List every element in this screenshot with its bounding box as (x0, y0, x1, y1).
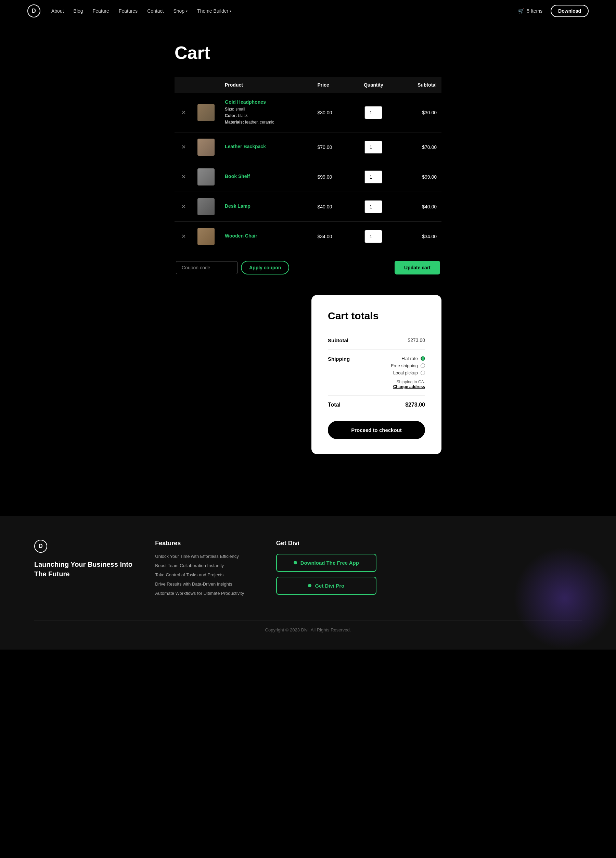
quantity-input[interactable] (364, 141, 382, 154)
apply-coupon-button[interactable]: Apply coupon (241, 261, 289, 275)
footer-features-col: Features Unlock Your Time with Effortles… (155, 540, 255, 600)
nav-features[interactable]: Features (119, 8, 138, 14)
checkout-button[interactable]: Proceed to checkout (328, 421, 425, 439)
footer-logo[interactable]: D (34, 540, 47, 553)
footer-get-divi-title: Get Divi (276, 540, 376, 547)
footer-feature-link[interactable]: Unlock Your Time with Effortless Efficie… (155, 554, 255, 559)
cart-totals-panel: Cart totals Subtotal $273.00 Shipping Fl… (311, 295, 442, 454)
product-thumbnail (198, 168, 215, 185)
change-address-link[interactable]: Change address (393, 384, 425, 389)
footer-logo-row: D (34, 540, 134, 553)
remove-item-button[interactable]: ✕ (179, 109, 188, 117)
cart-table: Product Price Quantity Subtotal ✕ Gold H… (174, 77, 442, 251)
nav-theme-builder[interactable]: Theme Builder ▾ (197, 8, 231, 14)
navbar: D About Blog Feature Features Contact Sh… (0, 0, 616, 22)
footer-brand-col: D Launching Your Business Into The Futur… (34, 540, 134, 600)
page-content: Cart Product Price Quantity Subtotal ✕ G… (168, 22, 448, 482)
shipping-flat-radio[interactable] (421, 356, 425, 361)
total-value: $273.00 (405, 402, 425, 408)
quantity-input[interactable] (364, 106, 382, 119)
quantity-input[interactable] (364, 171, 382, 183)
nav-blog[interactable]: Blog (73, 8, 83, 14)
footer-get-divi-col: Get Divi Download The Free App Get Divi … (276, 540, 376, 600)
nav-contact[interactable]: Contact (147, 8, 163, 14)
product-subtotal: $70.00 (396, 132, 442, 162)
footer-grid: D Launching Your Business Into The Futur… (34, 540, 376, 600)
shipping-free-label: Free shipping (391, 363, 418, 368)
nav-shop[interactable]: Shop ▾ (173, 8, 188, 14)
footer-features-title: Features (155, 540, 255, 547)
product-name: Leather Backpack (225, 144, 308, 149)
shipping-pickup[interactable]: Local pickup (393, 370, 425, 375)
shipping-flat-label: Flat rate (401, 356, 418, 361)
nav-links: About Blog Feature Features Contact Shop… (51, 8, 518, 14)
total-row: Total $273.00 (328, 395, 425, 414)
site-logo[interactable]: D (27, 5, 40, 17)
pro-icon (308, 584, 311, 587)
col-quantity: Quantity (351, 77, 396, 93)
quantity-input[interactable] (364, 200, 382, 213)
footer-feature-link[interactable]: Take Control of Tasks and Projects (155, 572, 255, 577)
nav-download-button[interactable]: Download (551, 5, 589, 17)
remove-item-button[interactable]: ✕ (179, 173, 188, 181)
col-remove (174, 77, 193, 93)
cart-actions: Apply coupon Update cart (174, 261, 442, 275)
get-divi-pro-button[interactable]: Get Divi Pro (276, 577, 376, 595)
remove-item-button[interactable]: ✕ (179, 143, 188, 151)
product-price: $70.00 (313, 132, 350, 162)
product-thumbnail (198, 138, 215, 156)
shipping-pickup-label: Local pickup (393, 370, 418, 375)
table-row: ✕ Gold Headphones Size: smallColor: blac… (174, 93, 442, 132)
footer-feature-link[interactable]: Automate Workflows for Ultimate Producti… (155, 591, 255, 596)
table-row: ✕ Book Shelf $99.00 $99.00 (174, 162, 442, 192)
download-icon (294, 561, 297, 564)
col-price: Price (313, 77, 350, 93)
product-name: Book Shelf (225, 174, 308, 179)
nav-about[interactable]: About (51, 8, 64, 14)
shipping-row: Shipping Flat rate Free shipping Local p… (328, 350, 425, 395)
cart-totals-title: Cart totals (328, 310, 425, 322)
col-image (193, 77, 220, 93)
update-cart-button[interactable]: Update cart (395, 261, 440, 275)
shipping-flat[interactable]: Flat rate (401, 356, 425, 361)
footer-feature-link[interactable]: Boost Team Collaboration Instantly (155, 563, 255, 568)
product-thumbnail (198, 198, 215, 215)
product-subtotal: $99.00 (396, 162, 442, 192)
table-row: ✕ Wooden Chair $34.00 $34.00 (174, 221, 442, 251)
table-row: ✕ Desk Lamp $40.00 $40.00 (174, 192, 442, 221)
download-app-button[interactable]: Download The Free App (276, 554, 376, 572)
subtotal-value: $273.00 (408, 337, 425, 343)
product-subtotal: $30.00 (396, 93, 442, 132)
shipping-label: Shipping (328, 356, 350, 362)
shipping-free-radio[interactable] (421, 364, 425, 368)
page-title: Cart (174, 42, 442, 63)
footer-copyright: Copyright © 2023 Divi. All Rights Reserv… (34, 620, 582, 633)
coupon-input[interactable] (176, 261, 238, 274)
table-row: ✕ Leather Backpack $70.00 $70.00 (174, 132, 442, 162)
footer: D Launching Your Business Into The Futur… (0, 516, 616, 650)
product-name: Gold Headphones (225, 99, 308, 105)
subtotal-row: Subtotal $273.00 (328, 331, 425, 350)
nav-feature[interactable]: Feature (93, 8, 109, 14)
remove-item-button[interactable]: ✕ (179, 203, 188, 210)
shipping-options: Flat rate Free shipping Local pickup Shi… (391, 356, 425, 389)
product-price: $40.00 (313, 192, 350, 221)
product-name: Wooden Chair (225, 233, 308, 239)
product-name: Desk Lamp (225, 203, 308, 209)
total-label: Total (328, 402, 341, 408)
coupon-area: Apply coupon (176, 261, 289, 275)
shipping-pickup-radio[interactable] (421, 371, 425, 375)
shipping-free[interactable]: Free shipping (391, 363, 425, 368)
product-price: $99.00 (313, 162, 350, 192)
footer-tagline: Launching Your Business Into The Future (34, 560, 134, 579)
col-product: Product (220, 77, 313, 93)
quantity-input[interactable] (364, 230, 382, 243)
product-thumbnail (198, 228, 215, 245)
nav-cart[interactable]: 🛒 5 Items (518, 8, 543, 14)
shop-chevron: ▾ (186, 9, 188, 13)
product-price: $30.00 (313, 93, 350, 132)
footer-feature-link[interactable]: Drive Results with Data-Driven Insights (155, 581, 255, 587)
product-price: $34.00 (313, 221, 350, 251)
subtotal-label: Subtotal (328, 337, 348, 343)
remove-item-button[interactable]: ✕ (179, 232, 188, 240)
